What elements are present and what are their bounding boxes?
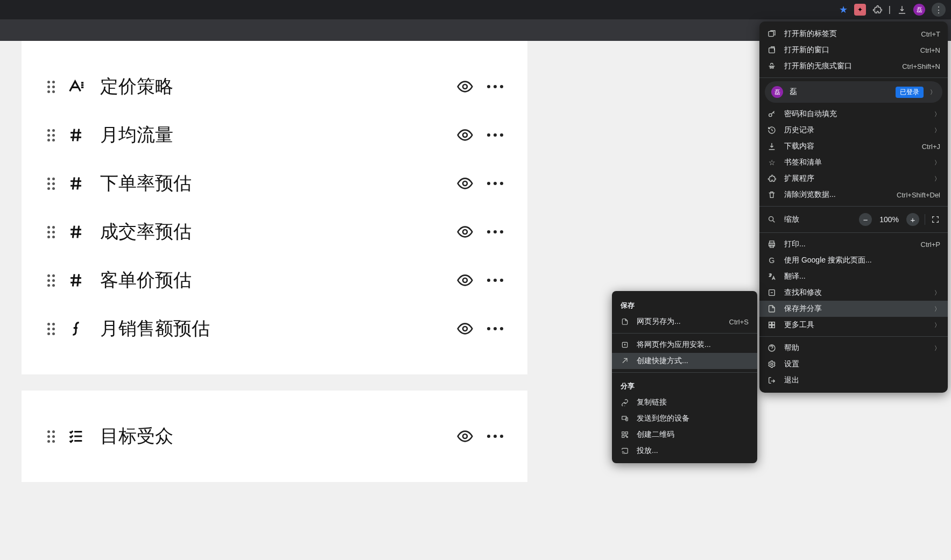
property-row[interactable]: 下单率预估	[43, 159, 506, 208]
incognito-icon	[767, 62, 777, 70]
property-list-card-2: 目标受众	[22, 391, 527, 482]
menu-zoom-row: 缩放 − 100% +	[759, 210, 948, 229]
more-options-icon[interactable]	[484, 173, 506, 194]
profile-avatar[interactable]: 磊	[913, 4, 925, 16]
menu-label: 密码和自动填充	[784, 109, 927, 119]
login-badge: 已登录	[896, 87, 924, 98]
menu-exit[interactable]: 退出	[759, 372, 948, 388]
drag-handle-icon[interactable]	[43, 323, 59, 335]
svg-point-3	[463, 230, 467, 234]
extension-icon[interactable]: ✦	[854, 4, 866, 16]
menu-shortcut: Ctrl+T	[921, 30, 940, 38]
svg-point-5	[463, 327, 467, 331]
menu-account-row[interactable]: 磊 磊 已登录 〉	[765, 81, 942, 103]
submenu-copy-link[interactable]: 复制链接	[612, 394, 757, 410]
more-options-icon[interactable]	[484, 426, 506, 447]
property-type-icon	[62, 270, 89, 291]
extensions-puzzle-icon[interactable]	[872, 5, 882, 15]
property-type-icon	[62, 173, 89, 194]
property-name: 定价策略	[100, 74, 446, 99]
visibility-eye-icon[interactable]	[454, 426, 476, 447]
menu-clear-data[interactable]: 清除浏览数据... Ctrl+Shift+Del	[759, 187, 948, 203]
submenu-create-shortcut[interactable]: 创建快捷方式...	[612, 353, 757, 369]
menu-more-tools[interactable]: 更多工具 〉	[759, 317, 948, 333]
visibility-eye-icon[interactable]	[454, 221, 476, 243]
save-share-submenu: 保存 网页另存为... Ctrl+S 将网页作为应用安装... 创建快捷方式..…	[612, 291, 757, 463]
cast-icon	[621, 447, 629, 455]
more-options-icon[interactable]	[484, 270, 506, 291]
submenu-cast[interactable]: 投放...	[612, 443, 757, 459]
find-icon	[767, 288, 777, 297]
visibility-eye-icon[interactable]	[454, 173, 476, 194]
drag-handle-icon[interactable]	[43, 81, 59, 93]
visibility-eye-icon[interactable]	[454, 270, 476, 291]
avatar-icon: 磊	[771, 86, 783, 98]
svg-point-20	[771, 363, 773, 365]
kebab-menu-icon[interactable]: ⋮	[932, 3, 946, 17]
menu-passwords[interactable]: 密码和自动填充 〉	[759, 106, 948, 122]
menu-translate[interactable]: 翻译...	[759, 268, 948, 285]
bookmark-star-icon[interactable]: ★	[839, 4, 848, 16]
submenu-create-qr[interactable]: 创建二维码	[612, 427, 757, 443]
property-row[interactable]: 定价策略	[43, 62, 506, 111]
property-row[interactable]: 客单价预估	[43, 256, 506, 304]
more-options-icon[interactable]	[484, 124, 506, 146]
menu-extensions[interactable]: 扩展程序 〉	[759, 171, 948, 187]
submenu-install-app[interactable]: 将网页作为应用安装...	[612, 337, 757, 353]
menu-history[interactable]: 历史记录 〉	[759, 122, 948, 138]
visibility-eye-icon[interactable]	[454, 76, 476, 97]
property-row[interactable]: 月销售额预估	[43, 304, 506, 353]
submenu-label: 创建二维码	[637, 430, 749, 440]
file-icon	[621, 318, 629, 325]
menu-label: 查找和修改	[784, 288, 927, 297]
zoom-in-button[interactable]: +	[906, 213, 919, 226]
menu-search-page[interactable]: G 使用 Google 搜索此页面...	[759, 252, 948, 268]
submenu-send-device[interactable]: 发送到您的设备	[612, 410, 757, 427]
svg-point-2	[463, 181, 467, 186]
menu-print[interactable]: 打印... Ctrl+P	[759, 236, 948, 252]
menu-label: 打印...	[784, 239, 913, 249]
help-icon	[767, 344, 777, 352]
menu-new-tab[interactable]: 打开新的标签页 Ctrl+T	[759, 26, 948, 42]
svg-rect-7	[769, 31, 773, 36]
property-type-icon	[62, 318, 89, 339]
menu-label: 帮助	[784, 343, 927, 353]
download-icon	[767, 142, 777, 151]
menu-incognito[interactable]: 打开新的无痕式窗口 Ctrl+Shift+N	[759, 58, 948, 74]
menu-bookmarks[interactable]: ☆ 书签和清单 〉	[759, 154, 948, 171]
menu-help[interactable]: 帮助 〉	[759, 340, 948, 356]
menu-settings[interactable]: 设置	[759, 356, 948, 372]
property-row[interactable]: 目标受众	[43, 412, 506, 460]
property-row[interactable]: 成交率预估	[43, 208, 506, 256]
menu-shortcut: Ctrl+P	[921, 240, 940, 249]
drag-handle-icon[interactable]	[43, 274, 59, 287]
menu-new-window[interactable]: 打开新的窗口 Ctrl+N	[759, 42, 948, 58]
property-name: 客单价预估	[100, 268, 446, 293]
more-options-icon[interactable]	[484, 318, 506, 339]
menu-label: 历史记录	[784, 125, 927, 135]
submenu-label: 发送到您的设备	[637, 414, 749, 423]
menu-find-edit[interactable]: 查找和修改 〉	[759, 285, 948, 301]
property-row[interactable]: 月均流量	[43, 111, 506, 159]
history-icon	[767, 126, 777, 134]
svg-point-1	[463, 133, 467, 137]
gear-icon	[767, 360, 777, 368]
visibility-eye-icon[interactable]	[454, 318, 476, 339]
fullscreen-icon[interactable]	[931, 215, 940, 224]
svg-rect-24	[622, 432, 624, 434]
menu-save-share[interactable]: 保存并分享 〉	[759, 301, 948, 317]
drag-handle-icon[interactable]	[43, 226, 59, 238]
menu-label: 打开新的无痕式窗口	[784, 61, 894, 71]
submenu-label: 将网页作为应用安装...	[637, 340, 749, 350]
devices-icon	[621, 415, 629, 422]
more-options-icon[interactable]	[484, 221, 506, 243]
drag-handle-icon[interactable]	[43, 129, 59, 141]
menu-downloads[interactable]: 下载内容 Ctrl+J	[759, 138, 948, 154]
drag-handle-icon[interactable]	[43, 430, 59, 443]
more-options-icon[interactable]	[484, 76, 506, 97]
submenu-save-as[interactable]: 网页另存为... Ctrl+S	[612, 314, 757, 330]
downloads-icon[interactable]	[897, 5, 907, 15]
visibility-eye-icon[interactable]	[454, 124, 476, 146]
zoom-out-button[interactable]: −	[859, 213, 872, 226]
drag-handle-icon[interactable]	[43, 178, 59, 190]
